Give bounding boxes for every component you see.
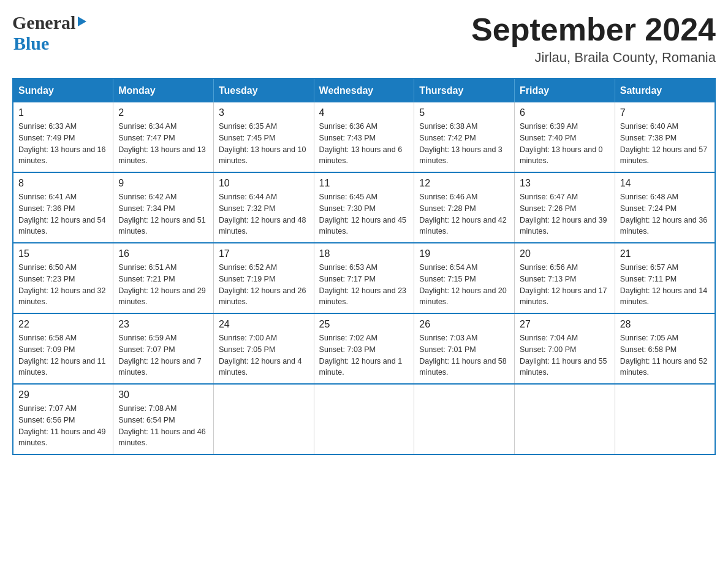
logo: General Blue — [12, 12, 86, 54]
calendar-day-cell: 8Sunrise: 6:41 AMSunset: 7:36 PMDaylight… — [13, 172, 113, 243]
day-info: Sunrise: 6:57 AMSunset: 7:11 PMDaylight:… — [620, 262, 710, 308]
calendar-day-cell: 4Sunrise: 6:36 AMSunset: 7:43 PMDaylight… — [314, 102, 414, 172]
day-info: Sunrise: 6:59 AMSunset: 7:07 PMDaylight:… — [118, 332, 208, 378]
day-number: 29 — [18, 389, 108, 400]
day-number: 7 — [620, 107, 710, 118]
calendar-day-cell: 7Sunrise: 6:40 AMSunset: 7:38 PMDaylight… — [615, 102, 715, 172]
day-number: 1 — [18, 107, 108, 118]
calendar-day-cell: 28Sunrise: 7:05 AMSunset: 6:58 PMDayligh… — [615, 313, 715, 384]
weekday-header-wednesday: Wednesday — [314, 79, 414, 102]
calendar-day-cell: 16Sunrise: 6:51 AMSunset: 7:21 PMDayligh… — [113, 243, 214, 313]
calendar-day-cell: 30Sunrise: 7:08 AMSunset: 6:54 PMDayligh… — [113, 384, 214, 454]
calendar-day-cell: 19Sunrise: 6:54 AMSunset: 7:15 PMDayligh… — [414, 243, 515, 313]
calendar-day-cell: 9Sunrise: 6:42 AMSunset: 7:34 PMDaylight… — [113, 172, 214, 243]
day-number: 23 — [118, 319, 208, 330]
weekday-header-monday: Monday — [113, 79, 214, 102]
weekday-header-saturday: Saturday — [615, 79, 715, 102]
calendar-day-cell: 5Sunrise: 6:38 AMSunset: 7:42 PMDaylight… — [414, 102, 515, 172]
calendar-week-row: 15Sunrise: 6:50 AMSunset: 7:23 PMDayligh… — [13, 243, 715, 313]
page-header: General Blue September 2024 Jirlau, Brai… — [12, 12, 716, 66]
calendar-day-cell: 14Sunrise: 6:48 AMSunset: 7:24 PMDayligh… — [615, 172, 715, 243]
day-info: Sunrise: 6:42 AMSunset: 7:34 PMDaylight:… — [118, 191, 208, 237]
day-info: Sunrise: 6:56 AMSunset: 7:13 PMDaylight:… — [520, 262, 610, 308]
calendar-day-cell: 22Sunrise: 6:58 AMSunset: 7:09 PMDayligh… — [13, 313, 113, 384]
day-info: Sunrise: 6:46 AMSunset: 7:28 PMDaylight:… — [419, 191, 509, 237]
calendar-body: 1Sunrise: 6:33 AMSunset: 7:49 PMDaylight… — [13, 102, 715, 454]
logo-general-text: General — [12, 12, 75, 33]
day-info: Sunrise: 6:51 AMSunset: 7:21 PMDaylight:… — [118, 262, 208, 308]
calendar-day-cell: 29Sunrise: 7:07 AMSunset: 6:56 PMDayligh… — [13, 384, 113, 454]
calendar-day-cell: 6Sunrise: 6:39 AMSunset: 7:40 PMDaylight… — [515, 102, 615, 172]
calendar-day-cell: 12Sunrise: 6:46 AMSunset: 7:28 PMDayligh… — [414, 172, 515, 243]
day-number: 20 — [520, 248, 610, 259]
day-number: 6 — [520, 107, 610, 118]
day-number: 12 — [419, 178, 509, 189]
day-info: Sunrise: 7:02 AMSunset: 7:03 PMDaylight:… — [319, 332, 409, 378]
calendar-subtitle: Jirlau, Braila County, Romania — [471, 50, 716, 66]
calendar-day-cell: 18Sunrise: 6:53 AMSunset: 7:17 PMDayligh… — [314, 243, 414, 313]
calendar-day-cell: 17Sunrise: 6:52 AMSunset: 7:19 PMDayligh… — [213, 243, 314, 313]
day-info: Sunrise: 7:03 AMSunset: 7:01 PMDaylight:… — [419, 332, 509, 378]
day-info: Sunrise: 6:39 AMSunset: 7:40 PMDaylight:… — [520, 121, 610, 167]
day-number: 5 — [419, 107, 509, 118]
day-number: 15 — [18, 248, 108, 259]
day-info: Sunrise: 6:44 AMSunset: 7:32 PMDaylight:… — [219, 191, 309, 237]
day-info: Sunrise: 6:41 AMSunset: 7:36 PMDaylight:… — [18, 191, 108, 237]
calendar-header: SundayMondayTuesdayWednesdayThursdayFrid… — [13, 79, 715, 102]
day-number: 17 — [219, 248, 309, 259]
calendar-week-row: 1Sunrise: 6:33 AMSunset: 7:49 PMDaylight… — [13, 102, 715, 172]
day-info: Sunrise: 7:00 AMSunset: 7:05 PMDaylight:… — [219, 332, 309, 378]
calendar-day-cell — [615, 384, 715, 454]
calendar-day-cell: 2Sunrise: 6:34 AMSunset: 7:47 PMDaylight… — [113, 102, 214, 172]
day-number: 28 — [620, 319, 710, 330]
day-info: Sunrise: 6:47 AMSunset: 7:26 PMDaylight:… — [520, 191, 610, 237]
day-number: 3 — [219, 107, 309, 118]
calendar-table: SundayMondayTuesdayWednesdayThursdayFrid… — [12, 78, 716, 455]
logo-blue-text: Blue — [13, 33, 49, 54]
day-info: Sunrise: 6:33 AMSunset: 7:49 PMDaylight:… — [18, 121, 108, 167]
day-number: 14 — [620, 178, 710, 189]
day-info: Sunrise: 7:04 AMSunset: 7:00 PMDaylight:… — [520, 332, 610, 378]
day-number: 25 — [319, 319, 409, 330]
day-number: 27 — [520, 319, 610, 330]
day-info: Sunrise: 6:54 AMSunset: 7:15 PMDaylight:… — [419, 262, 509, 308]
calendar-week-row: 29Sunrise: 7:07 AMSunset: 6:56 PMDayligh… — [13, 384, 715, 454]
calendar-day-cell — [515, 384, 615, 454]
calendar-day-cell — [414, 384, 515, 454]
day-info: Sunrise: 6:48 AMSunset: 7:24 PMDaylight:… — [620, 191, 710, 237]
day-number: 21 — [620, 248, 710, 259]
day-number: 24 — [219, 319, 309, 330]
calendar-day-cell: 10Sunrise: 6:44 AMSunset: 7:32 PMDayligh… — [213, 172, 314, 243]
day-number: 30 — [118, 389, 208, 400]
calendar-day-cell: 15Sunrise: 6:50 AMSunset: 7:23 PMDayligh… — [13, 243, 113, 313]
day-info: Sunrise: 7:05 AMSunset: 6:58 PMDaylight:… — [620, 332, 710, 378]
day-info: Sunrise: 6:50 AMSunset: 7:23 PMDaylight:… — [18, 262, 108, 308]
day-number: 13 — [520, 178, 610, 189]
logo-chevron-icon — [78, 17, 86, 26]
day-info: Sunrise: 6:36 AMSunset: 7:43 PMDaylight:… — [319, 121, 409, 167]
calendar-week-row: 8Sunrise: 6:41 AMSunset: 7:36 PMDaylight… — [13, 172, 715, 243]
day-number: 4 — [319, 107, 409, 118]
calendar-day-cell: 1Sunrise: 6:33 AMSunset: 7:49 PMDaylight… — [13, 102, 113, 172]
calendar-day-cell: 3Sunrise: 6:35 AMSunset: 7:45 PMDaylight… — [213, 102, 314, 172]
calendar-title: September 2024 — [471, 12, 716, 47]
day-info: Sunrise: 6:52 AMSunset: 7:19 PMDaylight:… — [219, 262, 309, 308]
day-number: 10 — [219, 178, 309, 189]
calendar-day-cell: 11Sunrise: 6:45 AMSunset: 7:30 PMDayligh… — [314, 172, 414, 243]
weekday-header-tuesday: Tuesday — [213, 79, 314, 102]
day-number: 19 — [419, 248, 509, 259]
day-number: 16 — [118, 248, 208, 259]
day-info: Sunrise: 6:58 AMSunset: 7:09 PMDaylight:… — [18, 332, 108, 378]
calendar-day-cell — [314, 384, 414, 454]
calendar-day-cell: 23Sunrise: 6:59 AMSunset: 7:07 PMDayligh… — [113, 313, 214, 384]
calendar-week-row: 22Sunrise: 6:58 AMSunset: 7:09 PMDayligh… — [13, 313, 715, 384]
day-number: 2 — [118, 107, 208, 118]
day-number: 22 — [18, 319, 108, 330]
calendar-day-cell: 26Sunrise: 7:03 AMSunset: 7:01 PMDayligh… — [414, 313, 515, 384]
calendar-day-cell — [213, 384, 314, 454]
weekday-header-friday: Friday — [515, 79, 615, 102]
day-number: 8 — [18, 178, 108, 189]
weekday-header-thursday: Thursday — [414, 79, 515, 102]
day-number: 18 — [319, 248, 409, 259]
day-number: 26 — [419, 319, 509, 330]
